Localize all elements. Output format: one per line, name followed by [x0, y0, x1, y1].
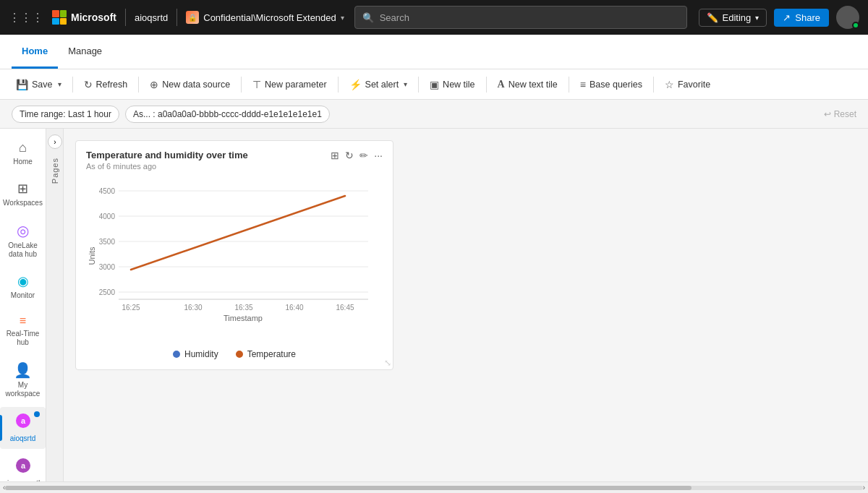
humidity-label: Humidity: [184, 349, 218, 359]
sidebar-item-aioqsrtd[interactable]: a aioqsrtd: [0, 407, 46, 449]
tab-manage[interactable]: Manage: [58, 35, 112, 69]
new-parameter-button[interactable]: ⊤ New parameter: [245, 75, 333, 94]
tile-more-button[interactable]: ···: [374, 150, 383, 161]
sidebar-label-monitor: Monitor: [11, 291, 35, 300]
as-label: As... : a0a0a0a0-bbbb-cccc-dddd-e1e1e1e1…: [133, 109, 322, 119]
sidebar-label-home: Home: [13, 158, 33, 166]
sidebar-item-realtime[interactable]: ≡ Real-Time hub: [0, 309, 46, 353]
sidebar-label-realtime: Real-Time hub: [3, 330, 43, 347]
editing-chevron: ▾: [755, 14, 759, 22]
app-name[interactable]: aioqsrtd: [135, 12, 168, 23]
actionbar: 💾 Save ↻ Refresh ⊕ New data source ⊤ New…: [0, 69, 868, 100]
tile-header: Temperature and humidity over time As of…: [76, 141, 393, 173]
refresh-label: Refresh: [96, 80, 128, 90]
set-alert-label: Set alert: [365, 80, 399, 90]
new-datasource-icon: ⊕: [150, 79, 158, 90]
pages-panel: › Pages: [46, 129, 64, 481]
new-param-icon: ⊤: [252, 79, 261, 90]
pages-toggle[interactable]: ›: [48, 134, 62, 149]
topbar-divider: [125, 9, 126, 26]
y-axis-label: Units: [88, 246, 96, 265]
onelake-icon: ◎: [17, 222, 29, 239]
tile-refresh-button[interactable]: ↻: [345, 150, 354, 161]
save-button[interactable]: 💾 Save: [9, 75, 69, 94]
temperature-label: Temperature: [247, 349, 296, 359]
search-box[interactable]: 🔍 Search: [354, 6, 687, 29]
chart-legend: Humidity Temperature: [76, 343, 393, 369]
new-tile-button[interactable]: ▣ New tile: [422, 75, 482, 94]
workspaces-icon: ⊞: [17, 181, 28, 197]
share-label: Share: [795, 12, 820, 23]
topbar-divider2: [176, 9, 177, 26]
active-dot: [34, 411, 40, 417]
sidebar-onelake-wrapper: ◎ OneLake data hub: [0, 216, 46, 265]
share-button[interactable]: ↗ Share: [774, 9, 829, 27]
action-sep-2: [138, 77, 139, 93]
editing-button[interactable]: ✏️ Editing ▾: [699, 9, 767, 27]
avatar[interactable]: [836, 6, 859, 29]
editing-label: Editing: [723, 12, 752, 23]
topbar: ⋮⋮⋮ Microsoft aioqsrtd 🔒 Confidential\Mi…: [0, 0, 868, 35]
toolbar: Home Manage: [0, 35, 868, 69]
time-range-filter[interactable]: Time range: Last 1 hour: [12, 106, 119, 123]
sidebar-item-aioqseventh[interactable]: a aioqseventh ouse: [0, 452, 46, 481]
edit-pencil-icon: ✏️: [707, 12, 718, 23]
search-placeholder: Search: [380, 12, 409, 23]
base-queries-button[interactable]: ≡ Base queries: [573, 75, 650, 94]
monitor-icon: ◉: [17, 273, 29, 289]
favorite-label: Favorite: [678, 80, 710, 90]
new-text-tile-button[interactable]: A New text tile: [490, 75, 565, 94]
save-icon: 💾: [16, 79, 28, 90]
new-datasource-label: New data source: [162, 80, 230, 90]
svg-text:a: a: [20, 461, 25, 470]
sidebar-item-my-workspace[interactable]: 👤 My workspace: [0, 356, 46, 404]
sidebar-item-monitor[interactable]: ◉ Monitor: [0, 267, 46, 306]
bottom-scrollbar: ‹ ›: [0, 481, 868, 493]
tile-grid-button[interactable]: ⊞: [331, 150, 339, 161]
sidebar-realtime-wrapper: ≡ Real-Time hub: [0, 309, 46, 353]
scroll-right-button[interactable]: ›: [863, 484, 865, 492]
new-tile-icon: ▣: [430, 79, 439, 90]
action-sep-7: [569, 77, 569, 93]
sidebar-aioqsrtd-wrapper: a aioqsrtd: [0, 407, 46, 449]
sidebar-label-onelake: OneLake data hub: [3, 241, 43, 259]
base-queries-icon: ≡: [580, 79, 586, 90]
as-filter[interactable]: As... : a0a0a0a0-bbbb-cccc-dddd-e1e1e1e1…: [125, 106, 330, 123]
scrollbar-track[interactable]: [5, 486, 862, 490]
workspace-icon: 🔒: [186, 11, 199, 24]
new-data-source-button[interactable]: ⊕ New data source: [142, 75, 237, 94]
sidebar-item-onelake[interactable]: ◎ OneLake data hub: [0, 216, 46, 265]
action-sep-6: [486, 77, 487, 93]
chart-tile: Temperature and humidity over time As of…: [75, 140, 393, 370]
tile-edit-button[interactable]: ✏: [359, 150, 368, 161]
sidebar-monitor-wrapper: ◉ Monitor: [0, 267, 46, 306]
svg-text:16:30: 16:30: [184, 304, 202, 312]
aioqseventh-icon: a: [15, 458, 31, 477]
sidebar-item-workspaces[interactable]: ⊞ Workspaces: [0, 175, 46, 213]
refresh-button[interactable]: ↻ Refresh: [77, 75, 135, 94]
online-indicator: [852, 22, 859, 29]
svg-text:16:40: 16:40: [285, 304, 303, 312]
tab-home[interactable]: Home: [12, 35, 58, 69]
favorite-button[interactable]: ☆ Favorite: [658, 75, 718, 94]
svg-text:3500: 3500: [99, 238, 116, 246]
pages-label: Pages: [51, 158, 59, 184]
resize-handle[interactable]: ⤡: [384, 358, 391, 368]
base-queries-label: Base queries: [590, 80, 642, 90]
reset-icon: ↩: [824, 109, 831, 119]
sidebar-item-home[interactable]: ⌂ Home: [0, 134, 46, 172]
scrollbar-thumb[interactable]: [5, 486, 691, 490]
new-tile-label: New tile: [443, 80, 475, 90]
reset-button[interactable]: ↩ Reset: [824, 109, 856, 119]
alert-icon: ⚡: [349, 79, 362, 90]
workspace-selector[interactable]: 🔒 Confidential\Microsoft Extended ▾: [186, 11, 344, 24]
grid-icon[interactable]: ⋮⋮⋮: [9, 11, 43, 25]
set-alert-button[interactable]: ⚡ Set alert: [342, 75, 415, 94]
tile-title-group: Temperature and humidity over time As of…: [86, 150, 248, 171]
svg-text:16:25: 16:25: [122, 304, 140, 312]
main-content: ⌂ Home ⊞ Workspaces ◎ OneLake data hub ◉…: [0, 129, 868, 481]
chart-area: Units 4500 4000 3500 3000 2500 16:25: [76, 173, 393, 343]
tile-actions: ⊞ ↻ ✏ ···: [331, 150, 383, 161]
microsoft-label: Microsoft: [71, 12, 116, 23]
time-range-label: Time range: Last 1 hour: [20, 109, 111, 119]
